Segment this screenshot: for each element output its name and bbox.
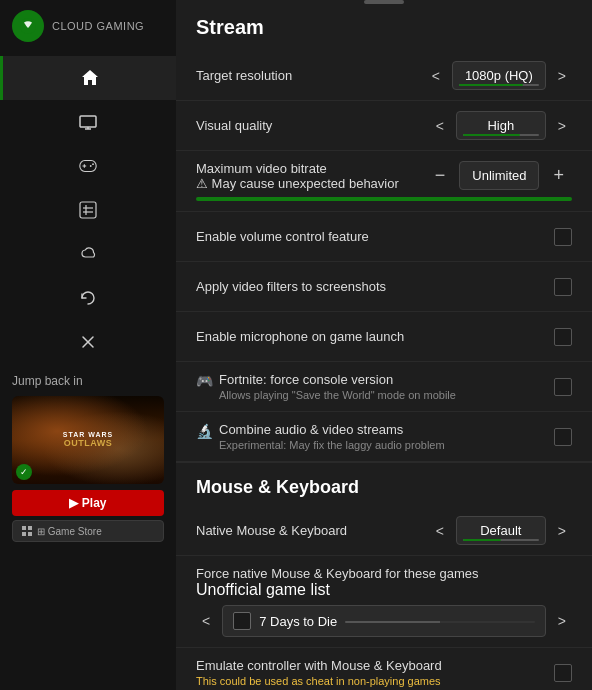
svg-rect-1 [80, 116, 96, 127]
fortnite-row: 🎮 Fortnite: force console version Allows… [176, 362, 592, 412]
force-native-label-block: Force native Mouse & Keyboard for these … [196, 566, 479, 599]
target-resolution-label: Target resolution [196, 68, 426, 83]
target-resolution-prev-button[interactable]: < [426, 64, 446, 88]
target-resolution-next-button[interactable]: > [552, 64, 572, 88]
sidebar-item-controller[interactable] [0, 144, 176, 188]
bitrate-controls: − Unlimited + [427, 161, 572, 190]
scroll-indicator [364, 0, 404, 4]
emulate-controller-row: Emulate controller with Mouse & Keyboard… [176, 648, 592, 690]
bitrate-label-section: Maximum video bitrate ⚠ May cause unexpe… [196, 161, 427, 191]
sidebar-item-home[interactable] [0, 56, 176, 100]
emulate-controller-label-block: Emulate controller with Mouse & Keyboard… [196, 658, 554, 687]
main-content: Stream Target resolution < 1080p (HQ) > … [176, 0, 592, 690]
visual-quality-label: Visual quality [196, 118, 430, 133]
video-filters-row: Apply video filters to screenshots [176, 262, 592, 312]
combine-audio-checkbox[interactable] [554, 428, 572, 446]
refresh-icon [77, 287, 99, 309]
sidebar-item-close[interactable] [0, 320, 176, 364]
game-prev-button[interactable]: < [196, 609, 216, 633]
bitrate-value: Unlimited [459, 161, 539, 190]
microphone-row: Enable microphone on game launch [176, 312, 592, 362]
bitrate-label: Maximum video bitrate [196, 161, 427, 176]
fortnite-icon-label: 🎮 Fortnite: force console version Allows… [196, 372, 554, 401]
force-native-row: Force native Mouse & Keyboard for these … [176, 556, 592, 648]
target-resolution-row: Target resolution < 1080p (HQ) > [176, 51, 592, 101]
game-value-box: 7 Days to Die [222, 605, 546, 637]
microphone-label: Enable microphone on game launch [196, 329, 554, 344]
sidebar-item-refresh[interactable] [0, 276, 176, 320]
combine-audio-icon-label: 🔬 Combine audio & video streams Experime… [196, 422, 554, 451]
microphone-checkbox[interactable] [554, 328, 572, 346]
fortnite-icon: 🎮 [196, 373, 213, 389]
native-mk-label: Native Mouse & Keyboard [196, 523, 430, 538]
native-mk-row: Native Mouse & Keyboard < Default > [176, 506, 592, 556]
video-filters-label: Apply video filters to screenshots [196, 279, 554, 294]
visual-quality-next-button[interactable]: > [552, 114, 572, 138]
unofficial-game-list-link[interactable]: Unofficial game list [196, 581, 479, 599]
emulate-controller-warning: This could be used as cheat in non-playi… [196, 675, 554, 687]
bitrate-slider-track [196, 197, 572, 201]
game-selector-bar [345, 621, 535, 623]
game-selector: < 7 Days to Die > [196, 605, 572, 637]
force-native-header: Force native Mouse & Keyboard for these … [196, 566, 572, 599]
native-mk-next-button[interactable]: > [552, 519, 572, 543]
sidebar-header: CLOUD GAMING [0, 0, 176, 52]
visual-quality-prev-button[interactable]: < [430, 114, 450, 138]
game-store-label: ⊞ Game Store [37, 526, 102, 537]
bitrate-slider[interactable] [196, 197, 572, 201]
jump-back-label: Jump back in [12, 374, 164, 388]
fortnite-checkbox[interactable] [554, 378, 572, 396]
combine-audio-label-block: 🔬 Combine audio & video streams Experime… [196, 422, 554, 451]
combine-audio-row: 🔬 Combine audio & video streams Experime… [176, 412, 592, 462]
bitrate-warning: ⚠ May cause unexpected behavior [196, 176, 427, 191]
combine-audio-icon: 🔬 [196, 423, 213, 439]
bitrate-header: Maximum video bitrate ⚠ May cause unexpe… [196, 161, 572, 191]
close-icon [77, 331, 99, 353]
volume-control-checkbox[interactable] [554, 228, 572, 246]
svg-rect-16 [22, 532, 26, 536]
play-button[interactable]: ▶ Play [12, 490, 164, 516]
bitrate-row: Maximum video bitrate ⚠ May cause unexpe… [176, 151, 592, 212]
game-value: 7 Days to Die [259, 614, 337, 629]
game-card-image: STAR WARS OUTLAWS [12, 396, 164, 484]
volume-control-label: Enable volume control feature [196, 229, 554, 244]
cloud-gaming-label: CLOUD GAMING [52, 20, 144, 32]
controller-icon [77, 155, 99, 177]
bitrate-decrease-button[interactable]: − [427, 163, 454, 188]
game-store-button[interactable]: ⊞ Game Store [12, 520, 164, 542]
sidebar: CLOUD GAMING [0, 0, 176, 690]
emulate-controller-label: Emulate controller with Mouse & Keyboard [196, 658, 554, 673]
fortnite-label-text: Fortnite: force console version [219, 372, 456, 387]
cloud-icon [77, 243, 99, 265]
sidebar-item-cloud[interactable] [0, 232, 176, 276]
fortnite-label-block: 🎮 Fortnite: force console version Allows… [196, 372, 554, 401]
sidebar-item-stats[interactable] [0, 188, 176, 232]
fortnite-sub-label: Allows playing "Save the World" mode on … [219, 389, 456, 401]
stream-section-title: Stream [176, 0, 592, 51]
game-checkbox-icon [233, 612, 251, 630]
game-title-overlay: STAR WARS OUTLAWS [63, 431, 113, 449]
volume-control-row: Enable volume control feature [176, 212, 592, 262]
nav-items [0, 56, 176, 364]
native-mk-value: Default [456, 516, 546, 545]
store-icon [21, 525, 33, 537]
native-mk-prev-button[interactable]: < [430, 519, 450, 543]
target-resolution-control: < 1080p (HQ) > [426, 61, 572, 90]
svg-rect-14 [22, 526, 26, 530]
jump-back-section: Jump back in STAR WARS OUTLAWS ✓ ▶ Play … [0, 364, 176, 552]
bitrate-increase-button[interactable]: + [545, 163, 572, 188]
native-mk-control: < Default > [430, 516, 572, 545]
game-next-button[interactable]: > [552, 609, 572, 633]
target-resolution-value: 1080p (HQ) [452, 61, 546, 90]
svg-rect-8 [80, 202, 96, 218]
sidebar-item-display[interactable] [0, 100, 176, 144]
emulate-controller-checkbox[interactable] [554, 664, 572, 682]
svg-rect-15 [28, 526, 32, 530]
combine-audio-label-text: Combine audio & video streams [219, 422, 445, 437]
display-icon [77, 111, 99, 133]
svg-rect-17 [28, 532, 32, 536]
game-card[interactable]: STAR WARS OUTLAWS ✓ [12, 396, 164, 484]
video-filters-checkbox[interactable] [554, 278, 572, 296]
mouse-keyboard-section-title: Mouse & Keyboard [176, 462, 592, 506]
svg-point-7 [92, 163, 94, 165]
